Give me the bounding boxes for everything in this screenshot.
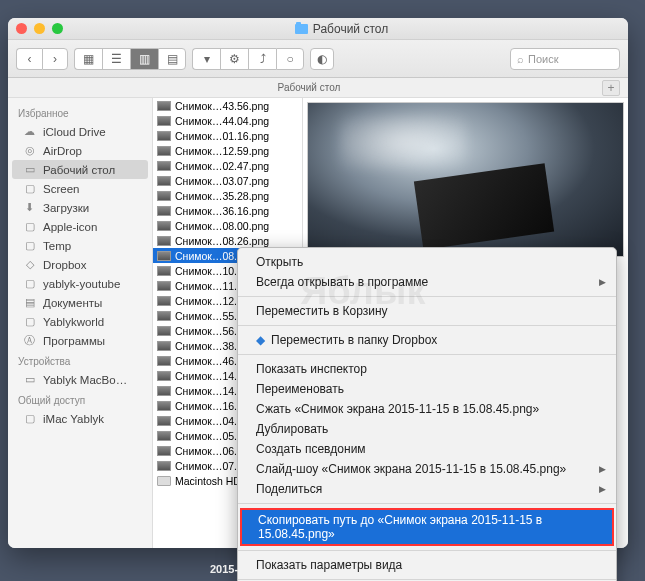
dropbox-icon: ◆ [256, 333, 265, 347]
image-file-icon [157, 131, 171, 141]
pathbar: Рабочий стол + [8, 78, 628, 98]
sidebar-item[interactable]: ▢iMac Yablyk [12, 409, 148, 428]
apps-icon: Ⓐ [22, 334, 37, 347]
zoom-button[interactable] [52, 23, 63, 34]
sidebar-item[interactable]: ▤Документы [12, 293, 148, 312]
nav-group: ‹ › [16, 48, 68, 70]
image-file-icon [157, 101, 171, 111]
file-item[interactable]: Снимок…01.16.png [153, 128, 302, 143]
sidebar-item[interactable]: ▭Рабочий стол [12, 160, 148, 179]
ctx-open-with[interactable]: Всегда открывать в программе [238, 272, 616, 292]
dropbox-icon: ◇ [22, 258, 37, 271]
image-file-icon [157, 371, 171, 381]
sidebar-item[interactable]: ⒶПрограммы [12, 331, 148, 350]
arrange-group: ▾ ⚙ ⤴ ○ [192, 48, 304, 70]
add-tab-button[interactable]: + [602, 80, 620, 96]
file-item[interactable]: Снимок…08.26.png [153, 233, 302, 248]
sidebar-item[interactable]: ☁iCloud Drive [12, 122, 148, 141]
sidebar-item-label: Yablykworld [43, 316, 104, 328]
separator [238, 354, 616, 355]
sidebar-item[interactable]: ▢Screen [12, 179, 148, 198]
close-button[interactable] [16, 23, 27, 34]
separator [238, 296, 616, 297]
sidebar-item[interactable]: ◇Dropbox [12, 255, 148, 274]
ctx-alias[interactable]: Создать псевдоним [238, 439, 616, 459]
image-file-icon [157, 386, 171, 396]
desktop-icon: ▭ [22, 163, 37, 176]
image-file-icon [157, 296, 171, 306]
file-item[interactable]: Снимок…36.16.png [153, 203, 302, 218]
ctx-open[interactable]: Открыть [238, 252, 616, 272]
image-file-icon [157, 146, 171, 156]
file-item[interactable]: Снимок…12.59.png [153, 143, 302, 158]
file-item[interactable]: Снимок…02.47.png [153, 158, 302, 173]
separator [238, 503, 616, 504]
file-item[interactable]: Снимок…44.04.png [153, 113, 302, 128]
tags-button[interactable]: ○ [276, 48, 304, 70]
ctx-copy-path[interactable]: Скопировать путь до «Снимок экрана 2015-… [240, 508, 614, 546]
laptop-icon: ▭ [22, 373, 37, 386]
sidebar-header: Устройства [8, 350, 152, 370]
disk-label: Macintosh HD [175, 475, 241, 487]
separator [238, 550, 616, 551]
toolbar: ‹ › ▦ ☰ ▥ ▤ ▾ ⚙ ⤴ ○ ◐ ⌕ Поиск [8, 40, 628, 78]
ctx-trash[interactable]: Переместить в Корзину [238, 301, 616, 321]
folder-icon: ▢ [22, 277, 37, 290]
sidebar-item-label: Temp [43, 240, 71, 252]
titlebar: Рабочий стол [8, 18, 628, 40]
back-button[interactable]: ‹ [16, 48, 42, 70]
image-file-icon [157, 236, 171, 246]
image-file-icon [157, 416, 171, 426]
search-field[interactable]: ⌕ Поиск [510, 48, 620, 70]
ctx-inspector[interactable]: Показать инспектор [238, 359, 616, 379]
list-view-button[interactable]: ☰ [102, 48, 130, 70]
sidebar-item[interactable]: ▢yablyk-youtube [12, 274, 148, 293]
image-file-icon [157, 311, 171, 321]
ctx-slideshow[interactable]: Слайд-шоу «Снимок экрана 2015-11-15 в 15… [238, 459, 616, 479]
sidebar-header: Общий доступ [8, 389, 152, 409]
forward-button[interactable]: › [42, 48, 68, 70]
image-file-icon [157, 161, 171, 171]
minimize-button[interactable] [34, 23, 45, 34]
arrange-button[interactable]: ▾ [192, 48, 220, 70]
sidebar-item-label: AirDrop [43, 145, 82, 157]
file-name: Снимок…36.16.png [175, 205, 269, 217]
file-name: Снимок…01.16.png [175, 130, 269, 142]
action-button[interactable]: ⚙ [220, 48, 248, 70]
sidebar-item-label: Загрузки [43, 202, 89, 214]
column-view-button[interactable]: ▥ [130, 48, 158, 70]
ctx-share[interactable]: Поделиться [238, 479, 616, 499]
sidebar-item[interactable]: ▭Yablyk MacBo… [12, 370, 148, 389]
preview-image [307, 102, 624, 257]
quicklook-button[interactable]: ◐ [310, 48, 334, 70]
downloads-icon: ⬇ [22, 201, 37, 214]
image-file-icon [157, 431, 171, 441]
cloud-icon: ☁ [22, 125, 37, 138]
file-name: Снимок…12.59.png [175, 145, 269, 157]
ctx-compress[interactable]: Сжать «Снимок экрана 2015-11-15 в 15.08.… [238, 399, 616, 419]
image-file-icon [157, 356, 171, 366]
ctx-rename[interactable]: Переименовать [238, 379, 616, 399]
sidebar-item[interactable]: ▢Apple-icon [12, 217, 148, 236]
coverflow-view-button[interactable]: ▤ [158, 48, 186, 70]
ctx-duplicate[interactable]: Дублировать [238, 419, 616, 439]
file-item[interactable]: Снимок…08.00.png [153, 218, 302, 233]
sidebar-item-label: Документы [43, 297, 102, 309]
sidebar-item[interactable]: ⬇Загрузки [12, 198, 148, 217]
sidebar-item[interactable]: ▢Yablykworld [12, 312, 148, 331]
file-item[interactable]: Снимок…35.28.png [153, 188, 302, 203]
file-item[interactable]: Снимок…03.07.png [153, 173, 302, 188]
sidebar-item-label: Рабочий стол [43, 164, 115, 176]
folder-icon: ▢ [22, 182, 37, 195]
sidebar-item-label: Программы [43, 335, 105, 347]
separator [238, 325, 616, 326]
file-name: Снимок…08.00.png [175, 220, 269, 232]
ctx-view-options[interactable]: Показать параметры вида [238, 555, 616, 575]
sidebar-item[interactable]: ▢Temp [12, 236, 148, 255]
file-item[interactable]: Снимок…43.56.png [153, 98, 302, 113]
folder-icon: ▢ [22, 315, 37, 328]
sidebar-item[interactable]: ◎AirDrop [12, 141, 148, 160]
ctx-dropbox[interactable]: ◆Переместить в папку Dropbox [238, 330, 616, 350]
share-button[interactable]: ⤴ [248, 48, 276, 70]
icon-view-button[interactable]: ▦ [74, 48, 102, 70]
